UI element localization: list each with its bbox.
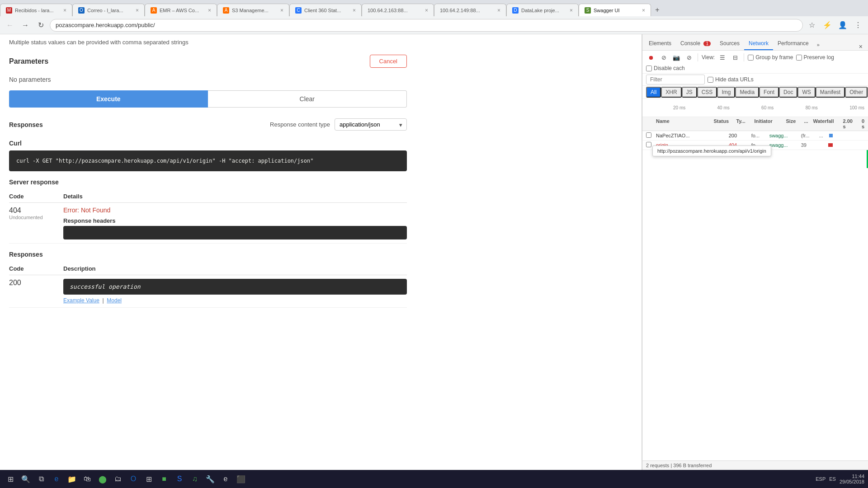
response-content-select[interactable]: application/json <box>335 118 407 131</box>
browser-icon[interactable]: e <box>219 472 232 486</box>
start-button[interactable]: ⊞ <box>4 472 17 486</box>
network-table-header: Name Status Ty... Initiator Size ... Wat… <box>642 117 868 131</box>
tab-network[interactable]: Network <box>744 38 773 50</box>
tab-datalake-close[interactable]: × <box>570 7 573 14</box>
network-row-1[interactable]: NaPecZTIAO... 200 fo... swagg... (fr... … <box>642 131 868 141</box>
taskbar-locale: ES <box>829 476 836 482</box>
tab-emr-close[interactable]: × <box>208 7 211 14</box>
tab-correo-close[interactable]: × <box>136 7 139 14</box>
filter-font[interactable]: Font <box>759 87 779 98</box>
filter-other[interactable]: Other <box>845 87 868 98</box>
filter-input[interactable] <box>646 75 705 84</box>
tab-swagger[interactable]: S Swagger UI × <box>579 4 651 16</box>
server-response-table: Code Details 404 Undocumented Error: Not… <box>9 190 407 244</box>
col-header-type[interactable]: Ty... <box>736 118 754 129</box>
execute-button[interactable]: Execute <box>9 90 208 108</box>
files-icon[interactable]: 🗂 <box>111 472 125 486</box>
hide-data-urls-label[interactable]: Hide data URLs <box>708 76 754 83</box>
col-header-status[interactable]: Status <box>713 118 736 129</box>
devtools-close-icon[interactable]: × <box>859 43 863 50</box>
row2-check[interactable] <box>646 142 651 147</box>
settings-button[interactable]: ⋮ <box>852 19 864 32</box>
tab-ip1[interactable]: 100.64.2.163:88... × <box>362 4 434 16</box>
col-header-name[interactable]: Name <box>656 118 713 129</box>
col-header-initiator[interactable]: Initiator <box>754 118 786 129</box>
profile-button[interactable]: 👤 <box>836 19 849 32</box>
filter-type-bar: All XHR JS CSS Img Media Font Doc WS Man… <box>642 86 868 99</box>
tab-performance[interactable]: Performance <box>773 38 813 50</box>
record-button[interactable]: ⏺ <box>646 52 656 62</box>
tab-ip2-close[interactable]: × <box>497 7 500 14</box>
list-view-button[interactable]: ☰ <box>717 52 727 62</box>
green-app-icon[interactable]: ■ <box>157 472 171 486</box>
bookmark-button[interactable]: ☆ <box>806 19 818 32</box>
parameters-header: Parameters Cancel <box>9 48 407 72</box>
tab-swagger-close[interactable]: × <box>642 7 645 14</box>
tab-ip1-close[interactable]: × <box>425 7 428 14</box>
spotify-icon[interactable]: ♫ <box>188 472 202 486</box>
stop-button[interactable]: ⊘ <box>659 52 669 62</box>
grid-view-button[interactable]: ⊟ <box>730 52 740 62</box>
disable-cache-checkbox[interactable] <box>646 66 652 71</box>
tab-s3-close[interactable]: × <box>280 7 283 14</box>
clear-button[interactable]: Clear <box>208 90 407 108</box>
tab-ip2[interactable]: 100.64.2.149:88... × <box>434 4 506 16</box>
tab-correo[interactable]: O Correo - l_lara... × <box>72 4 145 16</box>
filter-xhr[interactable]: XHR <box>661 87 681 98</box>
tool-icon[interactable]: 🔧 <box>203 472 217 486</box>
preserve-log-checkbox[interactable] <box>796 55 802 61</box>
view-label: View: <box>702 54 715 61</box>
filter-media[interactable]: Media <box>735 87 759 98</box>
apps-icon[interactable]: ⊞ <box>142 472 156 486</box>
disable-cache-label[interactable]: Disable cach <box>646 65 685 71</box>
new-tab-button[interactable]: + <box>651 4 664 16</box>
filter-doc[interactable]: Doc <box>779 87 797 98</box>
explorer-icon[interactable]: 📁 <box>65 472 79 486</box>
filter-css[interactable]: CSS <box>697 87 717 98</box>
tab-elements[interactable]: Elements <box>644 38 676 50</box>
example-value-link[interactable]: Example Value <box>63 297 99 304</box>
filter-ws[interactable]: WS <box>797 87 815 98</box>
row1-check[interactable] <box>646 132 651 138</box>
col-header-size[interactable]: Size <box>786 118 804 129</box>
tab-client360[interactable]: C Client 360 Stat... × <box>289 4 362 16</box>
tab-sources[interactable]: Sources <box>715 38 744 50</box>
tab-s3[interactable]: A S3 Manageme... × <box>217 4 289 16</box>
back-button[interactable]: ← <box>4 19 16 32</box>
outlook-icon[interactable]: O <box>127 472 140 486</box>
filter-manifest[interactable]: Manifest <box>816 87 845 98</box>
tab-datalake[interactable]: D DataLake proje... × <box>506 4 579 16</box>
store-icon[interactable]: 🛍 <box>80 472 94 486</box>
address-bar[interactable]: pozascompare.herokuapp.com/public/ <box>50 19 803 32</box>
skype-icon[interactable]: S <box>173 472 186 486</box>
col-header-waterfall[interactable]: Waterfall 2.00 s 0 s <box>813 118 864 129</box>
refresh-button[interactable]: ↻ <box>34 19 47 32</box>
hide-data-urls-checkbox[interactable] <box>708 77 713 83</box>
response-content-select-wrapper: application/json <box>335 118 407 131</box>
group-by-frame-checkbox[interactable] <box>748 55 754 61</box>
search-button[interactable]: 🔍 <box>19 472 33 486</box>
forward-button[interactable]: → <box>19 19 32 32</box>
chrome-icon[interactable]: ⬤ <box>96 472 109 486</box>
filter-toggle-button[interactable]: ⊘ <box>684 52 694 62</box>
tab-more[interactable]: » <box>813 39 823 50</box>
filter-js[interactable]: JS <box>682 87 697 98</box>
filter-all[interactable]: All <box>646 87 661 98</box>
tab-console[interactable]: Console 1 <box>676 38 715 50</box>
cancel-button[interactable]: Cancel <box>370 55 407 68</box>
filter-img[interactable]: Img <box>717 87 735 98</box>
tab-gmail[interactable]: M Recibidos - lara... × <box>0 4 72 16</box>
group-by-frame-label[interactable]: Group by frame <box>748 54 793 61</box>
edge-icon[interactable]: e <box>50 472 63 486</box>
waterfall-label: Waterfall <box>813 118 834 129</box>
task-view-button[interactable]: ⧉ <box>34 472 48 486</box>
pdf-icon[interactable]: ⬛ <box>234 472 248 486</box>
tab-client360-close[interactable]: × <box>353 7 356 14</box>
camera-button[interactable]: 📷 <box>671 52 681 62</box>
extensions-button[interactable]: ⚡ <box>821 19 834 32</box>
tab-emr[interactable]: A EMR – AWS Co... × <box>145 4 217 16</box>
tab-gmail-close[interactable]: × <box>63 7 66 14</box>
preserve-log-label[interactable]: Preserve log <box>796 54 834 61</box>
disable-cache-text: Disable cach <box>654 65 685 71</box>
model-link[interactable]: Model <box>107 297 122 304</box>
